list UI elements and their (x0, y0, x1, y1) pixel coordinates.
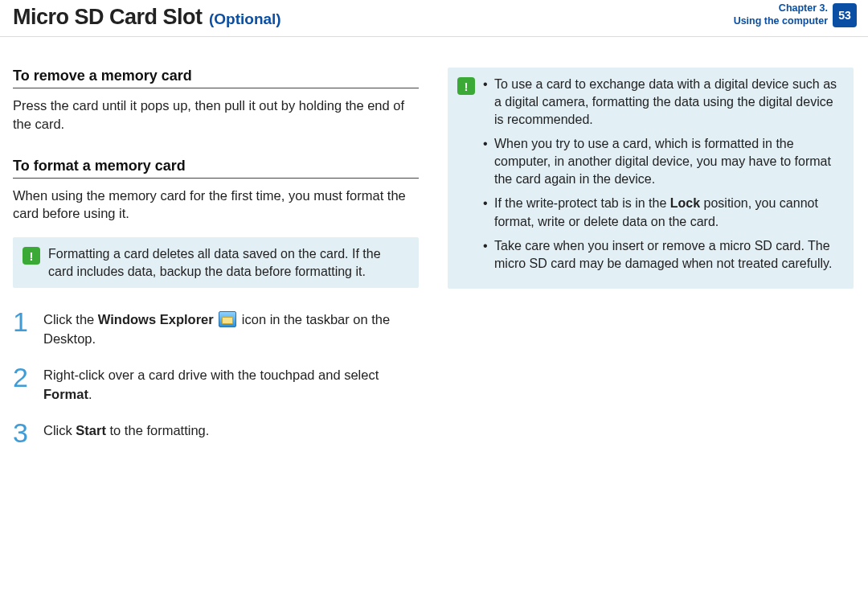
right-column: ! To use a card to exchange data with a … (448, 68, 854, 446)
step-text-pre: Right-click over a card drive with the t… (43, 368, 379, 382)
step-number: 1 (13, 309, 32, 348)
left-column: To remove a memory card Press the card u… (13, 68, 419, 446)
step-body: Click the Windows Explorer icon in the t… (43, 309, 419, 348)
step-item: 2 Right-click over a card drive with the… (13, 364, 419, 404)
step-item: 1 Click the Windows Explorer icon in the… (13, 309, 419, 348)
section-body-format: When using the memory card for the first… (13, 187, 419, 224)
note-bullet: If the write-protect tab is in the Lock … (483, 195, 842, 230)
note-box-format-warning: ! Formatting a card deletes all data sav… (13, 237, 419, 288)
step-text-bold: Format (43, 387, 88, 401)
step-text-pre: Click the (43, 312, 98, 326)
note-text: Formatting a card deletes all data saved… (48, 245, 409, 280)
section-body-remove: Press the card until it pops up, then pu… (13, 97, 419, 133)
page-subtitle: (Optional) (209, 10, 281, 27)
page-title: Micro SD Card Slot (13, 5, 203, 29)
step-number: 2 (13, 364, 32, 404)
chapter-label: Chapter 3. Using the computer (734, 2, 828, 27)
step-number: 3 (13, 420, 32, 446)
note-bullet: Take care when you insert or remove a mi… (483, 237, 842, 273)
page-number-badge: 53 (833, 3, 857, 27)
bullet-text: When you try to use a card, which is for… (494, 137, 831, 186)
page-header: Micro SD Card Slot (Optional) Chapter 3.… (0, 0, 868, 37)
section-heading-remove: To remove a memory card (13, 68, 419, 88)
note-bullet: When you try to use a card, which is for… (483, 135, 842, 188)
note-box-important: ! To use a card to exchange data with a … (448, 68, 854, 289)
bullet-text: Take care when you insert or remove a mi… (494, 239, 832, 270)
step-body: Right-click over a card drive with the t… (43, 364, 419, 404)
bullet-bold: Lock (670, 196, 700, 210)
caution-icon: ! (23, 247, 40, 265)
caution-icon: ! (457, 77, 475, 95)
step-text-bold: Windows Explorer (98, 312, 214, 326)
bullet-text: To use a card to exchange data with a di… (494, 77, 837, 126)
step-item: 3 Click Start to the formatting. (13, 420, 419, 446)
header-right: Chapter 3. Using the computer 53 (734, 2, 857, 27)
step-text-mid: . (88, 387, 92, 401)
chapter-line-1: Chapter 3. (734, 2, 828, 15)
note-bullet: To use a card to exchange data with a di… (483, 76, 842, 129)
step-text-bold: Start (76, 423, 106, 437)
body: To remove a memory card Press the card u… (0, 37, 868, 458)
chapter-line-2: Using the computer (734, 15, 828, 28)
step-body: Click Start to the formatting. (43, 420, 209, 446)
note-bullet-list: To use a card to exchange data with a di… (483, 76, 842, 279)
format-steps: 1 Click the Windows Explorer icon in the… (13, 309, 419, 446)
windows-explorer-icon (219, 311, 236, 327)
bullet-text: If the write-protect tab is in the (494, 196, 670, 210)
step-text-pre: Click (43, 423, 76, 437)
step-text-mid: to the formatting. (106, 423, 209, 437)
section-heading-format: To format a memory card (13, 158, 419, 179)
